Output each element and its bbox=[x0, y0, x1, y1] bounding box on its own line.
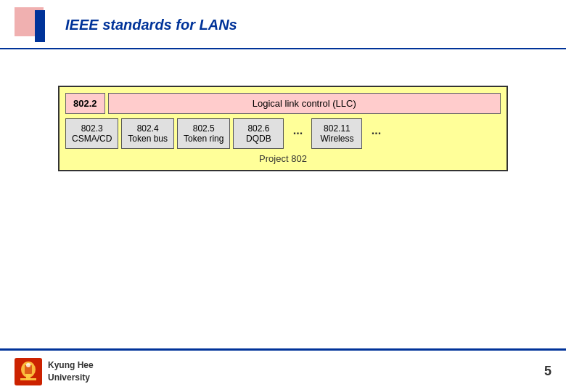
logo-blue-block bbox=[35, 10, 45, 42]
mac-name-4: Wireless bbox=[320, 134, 353, 144]
mac-standard-3: 802.6 bbox=[247, 123, 269, 134]
llc-row: 802.2 Logical link control (LLC) bbox=[65, 93, 501, 114]
llc-description: Logical link control (LLC) bbox=[108, 93, 501, 114]
mac-standard-0: 802.3 bbox=[81, 123, 103, 134]
project-label: Project 802 bbox=[65, 153, 501, 164]
ieee-diagram: 802.2 Logical link control (LLC) 802.3 C… bbox=[58, 86, 508, 171]
university-crest-icon bbox=[15, 358, 42, 385]
llc-standard-label: 802.2 bbox=[65, 93, 105, 114]
mac-name-1: Token bus bbox=[128, 134, 168, 144]
mac-name-2: Token ring bbox=[184, 134, 223, 144]
mac-cell-tokenring: 802.5 Token ring bbox=[177, 118, 230, 149]
mac-dots-1: ··· bbox=[287, 118, 308, 149]
header-logo bbox=[15, 7, 58, 42]
mac-row: 802.3 CSMA/CD 802.4 Token bus 802.5 Toke… bbox=[65, 118, 501, 149]
footer: Kyung Hee University 5 bbox=[0, 348, 566, 392]
mac-standard-4: 802.11 bbox=[324, 123, 350, 134]
page-title: IEEE standards for LANs bbox=[65, 17, 237, 33]
mac-cell-tokenbus: 802.4 Token bus bbox=[121, 118, 174, 149]
mac-name-3: DQDB bbox=[246, 134, 271, 144]
mac-cell-wireless: 802.11 Wireless bbox=[311, 118, 362, 149]
mac-name-0: CSMA/CD bbox=[72, 134, 112, 144]
mac-cell-csmacd: 802.3 CSMA/CD bbox=[65, 118, 118, 149]
header: IEEE standards for LANs bbox=[0, 0, 566, 49]
main-content: 802.2 Logical link control (LLC) 802.3 C… bbox=[0, 49, 566, 186]
page-number: 5 bbox=[544, 364, 551, 379]
footer-logo-area: Kyung Hee University bbox=[15, 358, 94, 385]
mac-standard-1: 802.4 bbox=[137, 123, 159, 134]
university-name: Kyung Hee University bbox=[48, 359, 94, 384]
svg-rect-4 bbox=[20, 378, 36, 380]
mac-dots-2: ··· bbox=[365, 118, 387, 149]
mac-cell-dqdb: 802.6 DQDB bbox=[233, 118, 284, 149]
svg-point-5 bbox=[26, 363, 30, 367]
mac-standard-2: 802.5 bbox=[193, 123, 215, 134]
